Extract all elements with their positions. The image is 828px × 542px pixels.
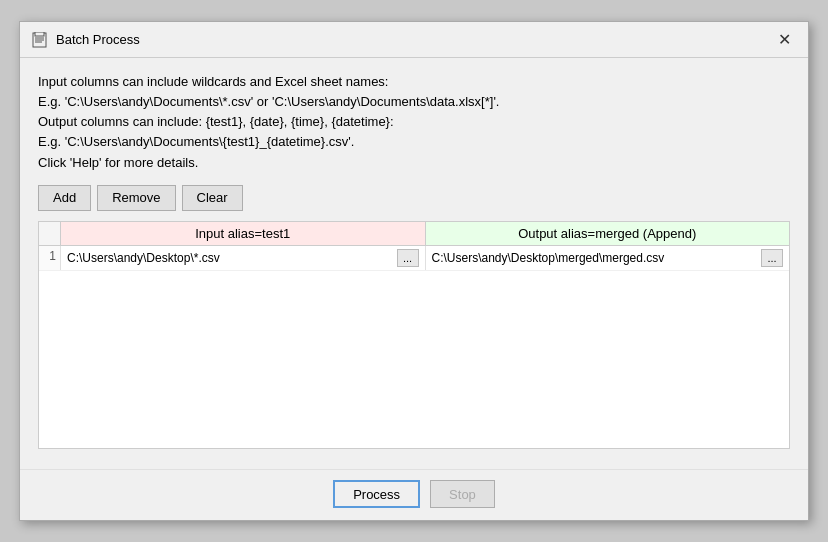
title-bar-left: Batch Process: [32, 32, 140, 48]
stop-button[interactable]: Stop: [430, 480, 495, 508]
button-row: Add Remove Clear: [38, 185, 790, 211]
output-cell[interactable]: C:\Users\andy\Desktop\merged\merged.csv …: [426, 246, 790, 270]
output-browse-button[interactable]: ...: [761, 249, 783, 267]
description-line2: E.g. 'C:\Users\andy\Documents\*.csv' or …: [38, 92, 790, 112]
remove-button[interactable]: Remove: [97, 185, 175, 211]
row-num-header: [39, 222, 61, 245]
description-line3: Output columns can include: {test1}, {da…: [38, 112, 790, 132]
output-cell-text: C:\Users\andy\Desktop\merged\merged.csv: [432, 251, 760, 265]
add-button[interactable]: Add: [38, 185, 91, 211]
input-header-text: Input alias=test1: [61, 222, 425, 245]
description-line4: E.g. 'C:\Users\andy\Documents\{test1}_{d…: [38, 132, 790, 152]
output-header-text: Output alias=merged (Append): [426, 222, 790, 245]
title-bar: Batch Process ✕: [20, 22, 808, 58]
batch-process-dialog: Batch Process ✕ Input columns can includ…: [19, 21, 809, 521]
process-button[interactable]: Process: [333, 480, 420, 508]
row-number: 1: [39, 246, 61, 270]
table-row[interactable]: 1 C:\Users\andy\Desktop\*.csv ... C:\Use…: [39, 246, 789, 271]
clear-button[interactable]: Clear: [182, 185, 243, 211]
description-line1: Input columns can include wildcards and …: [38, 72, 790, 92]
table-body: 1 C:\Users\andy\Desktop\*.csv ... C:\Use…: [39, 246, 789, 448]
batch-table: Input alias=test1 Output alias=merged (A…: [38, 221, 790, 449]
input-cell[interactable]: C:\Users\andy\Desktop\*.csv ...: [61, 246, 426, 270]
close-button[interactable]: ✕: [772, 28, 796, 52]
dialog-footer: Process Stop: [20, 469, 808, 520]
input-browse-button[interactable]: ...: [397, 249, 419, 267]
table-header: Input alias=test1 Output alias=merged (A…: [39, 222, 789, 246]
dialog-icon: [32, 32, 48, 48]
output-column-header: Output alias=merged (Append): [426, 222, 790, 245]
description-line5: Click 'Help' for more details.: [38, 153, 790, 173]
input-cell-text: C:\Users\andy\Desktop\*.csv: [67, 251, 395, 265]
dialog-content: Input columns can include wildcards and …: [20, 58, 808, 469]
svg-rect-1: [35, 32, 44, 36]
input-column-header: Input alias=test1: [61, 222, 426, 245]
description-block: Input columns can include wildcards and …: [38, 72, 790, 173]
dialog-title: Batch Process: [56, 32, 140, 47]
